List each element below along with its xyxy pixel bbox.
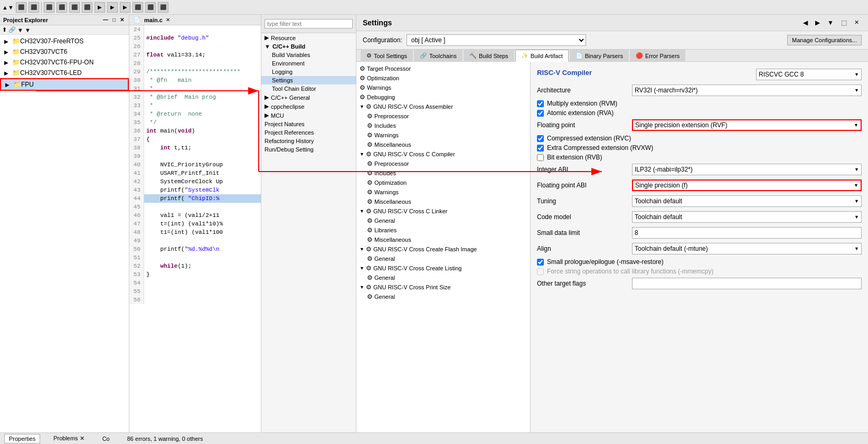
panel-close-btn[interactable]: ✕	[118, 16, 126, 23]
sidebar-item-mcu[interactable]: ▶ MCU	[261, 111, 356, 120]
toolbar-btn-9[interactable]: ▶	[120, 2, 130, 13]
s-tree-print-size[interactable]: ▼ ⚙ GNU RISC-V Cross Print Size	[356, 282, 530, 292]
s-tree-asm-misc[interactable]: ⚙ Miscellaneous	[356, 140, 530, 149]
s-tree-c-optimization[interactable]: ⚙ Optimization	[356, 178, 530, 187]
s-tree-linker-misc[interactable]: ⚙ Miscellaneous	[356, 235, 530, 244]
floating-point-abi-dropdown[interactable]: Single precision (f) ▼	[632, 180, 862, 191]
sidebar-item-logging[interactable]: Logging	[261, 68, 356, 76]
editor-close-btn[interactable]: ✕	[166, 17, 170, 23]
s-tree-c-misc[interactable]: ⚙ Miscellaneous	[356, 197, 530, 206]
s-tree-gnu-assembler[interactable]: ▼ ⚙ GNU RISC-V Cross Assembler	[356, 102, 530, 111]
bit-extension-checkbox[interactable]	[537, 154, 544, 161]
sidebar-item-resource[interactable]: ▶ Resource	[261, 33, 356, 42]
toolbar-btn-4[interactable]: ⬛	[56, 2, 67, 13]
toolbar-btn-12[interactable]: ⬛	[158, 2, 168, 13]
architecture-dropdown[interactable]: RV32I (-march=rv32i*) ▼	[632, 84, 862, 96]
s-tree-gnu-linker[interactable]: ▼ ⚙ GNU RISC-V Cross C Linker	[356, 206, 530, 216]
nav-dropdown-btn[interactable]: ▼	[825, 18, 836, 27]
toolbar-btn-7[interactable]: ▶	[95, 2, 105, 13]
toolbar-btn-6[interactable]: ⬛	[82, 2, 92, 13]
s-tree-asm-warnings[interactable]: ⚙ Warnings	[356, 130, 530, 140]
config-dropdown[interactable]: obj [ Active ]	[407, 34, 586, 46]
toolbar-btn-10[interactable]: ⬛	[133, 2, 143, 13]
properties-tab[interactable]: Properties	[4, 434, 40, 443]
compressed-checkbox[interactable]	[537, 135, 544, 142]
editor-content[interactable]: 24 25#include "debug.h" 26 27float val1=…	[129, 25, 261, 444]
atomic-checkbox[interactable]	[537, 110, 544, 117]
s-tree-flash-general[interactable]: ⚙ General	[356, 254, 530, 263]
tree-item-ch32v307-freertos[interactable]: ▶ 📁 CH32V307-FreeRTOS	[0, 36, 129, 46]
tuning-dropdown[interactable]: Toolchain default ▼	[632, 195, 862, 207]
floating-point-abi-row: Floating point ABI Single precision (f) …	[537, 179, 862, 192]
sidebar-item-cpp-general[interactable]: ▶ C/C++ General	[261, 93, 356, 102]
toolbar-btn-3[interactable]: ⬛	[44, 2, 54, 13]
nav-forward-btn[interactable]: ▶	[813, 18, 823, 27]
sidebar-item-build-variables[interactable]: Build Variables	[261, 51, 356, 59]
s-tree-flash-image[interactable]: ▼ ⚙ GNU RISC-V Cross Create Flash Image	[356, 244, 530, 254]
tab-toolchains[interactable]: 🔗 Toolchains	[414, 50, 463, 61]
tree-item-fpu[interactable]: ▶ 📁 FPU	[0, 78, 129, 91]
multiply-checkbox[interactable]	[537, 100, 544, 107]
s-tree-gnu-c-compiler[interactable]: ▼ ⚙ GNU RISC-V Cross C Compiler	[356, 149, 530, 159]
filter-input[interactable]	[265, 19, 353, 29]
sidebar-item-run-debug[interactable]: Run/Debug Setting	[261, 145, 356, 154]
compiler-dropdown[interactable]: RISCVC GCC 8 ▼	[756, 69, 862, 80]
tab-tool-settings[interactable]: ⚙ Tool Settings	[361, 50, 413, 61]
extra-compressed-checkbox[interactable]	[537, 145, 544, 152]
sidebar-item-tool-chain-editor[interactable]: Tool Chain Editor	[261, 84, 356, 93]
s-tree-print-general[interactable]: ⚙ General	[356, 292, 530, 301]
toolbar-btn-1[interactable]: ⬛	[16, 2, 26, 13]
nav-new-btn[interactable]: ⬚	[838, 18, 850, 27]
floating-point-dropdown[interactable]: Single precision extension (RVF) ▼	[632, 119, 862, 131]
sidebar-item-project-natures[interactable]: Project Natures	[261, 120, 356, 128]
s-tree-listing[interactable]: ▼ ⚙ GNU RISC-V Cross Create Listing	[356, 263, 530, 273]
sidebar-item-project-references[interactable]: Project References	[261, 128, 356, 137]
s-tree-linker-general[interactable]: ⚙ General	[356, 216, 530, 225]
sidebar-item-cpp-build[interactable]: ▼ C/C++ Build	[261, 42, 356, 51]
small-prologue-checkbox[interactable]	[537, 259, 544, 266]
toolbar-btn-11[interactable]: ⬛	[145, 2, 156, 13]
toolbar-btn-2[interactable]: ⬛	[29, 2, 39, 13]
small-data-limit-input[interactable]	[632, 227, 862, 239]
toolbar-btn-5[interactable]: ⬛	[69, 2, 80, 13]
tab-binary-parsers[interactable]: 📄 Binary Parsers	[570, 50, 629, 61]
nav-back-btn[interactable]: ◀	[800, 18, 810, 27]
s-tree-asm-includes[interactable]: ⚙ Includes	[356, 121, 530, 130]
s-tree-linker-libraries[interactable]: ⚙ Libraries	[356, 225, 530, 235]
tree-item-ch32v307vct6[interactable]: ▶ 📁 CH32V307VCT6	[0, 46, 129, 57]
tab-error-parsers[interactable]: 🔴 Error Parsers	[630, 50, 685, 61]
toolbar-btn-8[interactable]: ▶	[107, 2, 118, 13]
nav-close-btn[interactable]: ✕	[852, 18, 862, 27]
s-tree-optimization[interactable]: ⚙ Optimization	[356, 73, 530, 83]
s-tree-c-warnings[interactable]: ⚙ Warnings	[356, 187, 530, 197]
integer-abi-dropdown[interactable]: ILP32 (-mabi=ilp32*) ▼	[632, 164, 862, 175]
s-tree-c-includes[interactable]: ⚙ Includes	[356, 168, 530, 178]
s-tree-target-processor[interactable]: ⚙ Target Processor	[356, 64, 530, 73]
tab-build-steps[interactable]: 🔨 Build Steps	[464, 50, 514, 61]
s-tree-warnings[interactable]: ⚙ Warnings	[356, 83, 530, 92]
s-tree-c-preprocessor[interactable]: ⚙ Preprocessor	[356, 159, 530, 168]
tree-item-ch32v307vct6-led[interactable]: ▶ 📁 CH32V307VCT6-LED	[0, 68, 129, 78]
tree-item-ch32v307vct6-fpu-on[interactable]: ▶ 📁 CH32V307VCT6-FPU-ON	[0, 57, 129, 68]
link-editor-icon[interactable]: 🔗	[8, 26, 16, 33]
s-tree-asm-preprocessor[interactable]: ⚙ Preprocessor	[356, 111, 530, 121]
filter-icon[interactable]: ▼	[17, 27, 23, 33]
collapse-all-icon[interactable]: ⬆	[2, 26, 7, 33]
tab-build-artifact[interactable]: ✨ Build Artifact	[515, 50, 569, 62]
s-tree-listing-general[interactable]: ⚙ General	[356, 273, 530, 282]
code-model-dropdown[interactable]: Toolchain default ▼	[632, 211, 862, 223]
sidebar-item-cppcheclipse[interactable]: ▶ cppcheclipse	[261, 102, 356, 111]
align-dropdown[interactable]: Toolchain default (-mtune) ▼	[632, 243, 862, 254]
problems-tab[interactable]: Problems ✕	[49, 433, 89, 443]
s-tree-debugging[interactable]: ⚙ Debugging	[356, 92, 530, 102]
panel-maximize-btn[interactable]: □	[111, 16, 117, 23]
sidebar-item-refactoring[interactable]: Refactoring History	[261, 137, 356, 145]
console-tab[interactable]: Co	[98, 434, 115, 443]
sidebar-item-settings[interactable]: Settings	[261, 76, 356, 84]
manage-configurations-btn[interactable]: Manage Configurations...	[787, 35, 862, 45]
panel-collapse-btn[interactable]: —	[101, 16, 110, 23]
sidebar-item-environment[interactable]: Environment	[261, 59, 356, 68]
view-menu-icon[interactable]: ▼	[25, 27, 31, 33]
binary-parsers-icon: 📄	[575, 52, 583, 59]
other-target-flags-input[interactable]	[632, 278, 862, 289]
